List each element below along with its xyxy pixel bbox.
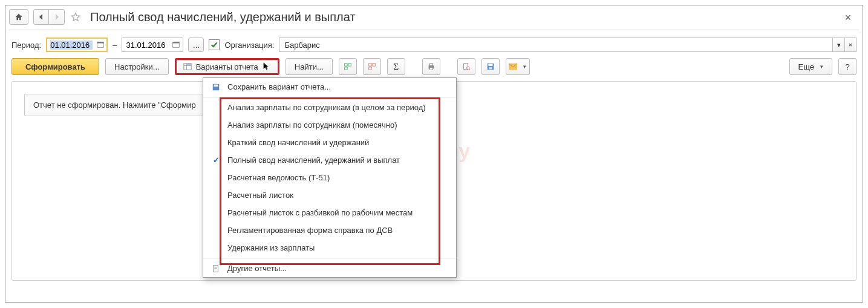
calendar-icon[interactable] (171, 41, 181, 50)
forward-button[interactable] (49, 9, 65, 25)
org-input[interactable]: Барбарис (279, 38, 832, 52)
find-button[interactable]: Найти... (286, 58, 333, 75)
menu-item-label: Анализ зарплаты по сотрудникам (помесячн… (227, 120, 449, 129)
svg-rect-17 (463, 64, 468, 70)
collapse-groups-button[interactable] (363, 58, 381, 75)
svg-rect-7 (186, 64, 191, 66)
chevron-down-icon: ▾ (820, 64, 823, 70)
print-button[interactable] (422, 58, 440, 75)
form-button[interactable]: Сформировать (11, 58, 99, 75)
help-button[interactable]: ? (838, 58, 857, 75)
email-button[interactable]: ▾ (506, 58, 530, 75)
period-picker-button[interactable]: ... (188, 38, 204, 52)
menu-item-label: Регламентированная форма справка по ДСВ (227, 226, 449, 235)
save-disk-button[interactable] (481, 58, 500, 75)
svg-rect-10 (345, 67, 347, 70)
date-from-input[interactable] (46, 38, 108, 52)
org-clear-button[interactable]: × (844, 38, 857, 52)
svg-rect-9 (348, 64, 351, 66)
other-reports-item[interactable]: Другие отчеты... (203, 260, 456, 277)
svg-rect-13 (369, 67, 371, 70)
svg-rect-1 (97, 42, 104, 43)
svg-rect-11 (369, 64, 371, 66)
svg-rect-22 (489, 67, 492, 70)
report-variants-label: Варианты отчета (196, 62, 258, 71)
variant-item[interactable]: Анализ зарплаты по сотрудникам (помесячн… (203, 116, 456, 134)
expand-groups-button[interactable] (339, 58, 357, 75)
more-label: Еще (798, 62, 814, 71)
sum-button[interactable]: Σ (387, 58, 405, 75)
org-dropdown-button[interactable]: ▾ (832, 38, 844, 52)
variant-item[interactable]: Краткий свод начислений и удержаний (203, 134, 456, 151)
menu-item-label: Расчетный листок с разбивкой по рабочим … (227, 208, 449, 217)
variant-item[interactable]: Регламентированная форма справка по ДСВ (203, 221, 456, 239)
report-variants-button[interactable]: Варианты отчета (175, 58, 279, 75)
svg-rect-21 (488, 64, 492, 67)
variant-item[interactable]: ✓Полный свод начислений, удержаний и вып… (203, 151, 456, 169)
settings-button[interactable]: Настройки... (105, 58, 169, 75)
close-button[interactable]: × (841, 10, 855, 25)
preview-button[interactable] (457, 58, 475, 75)
favorite-button[interactable] (70, 11, 82, 23)
menu-item-label: Анализ зарплаты по сотрудникам (в целом … (227, 103, 449, 112)
svg-rect-25 (214, 84, 218, 87)
info-message: Отчет не сформирован. Нажмите "Сформир (24, 94, 205, 116)
date-to-input[interactable] (122, 38, 183, 52)
back-button[interactable] (33, 9, 49, 25)
report-variants-menu: Сохранить вариант отчета... Анализ зарпл… (203, 77, 457, 278)
date-to-field[interactable] (126, 41, 168, 50)
save-variant-item[interactable]: Сохранить вариант отчета... (203, 78, 456, 96)
calendar-icon[interactable] (95, 41, 106, 50)
menu-item-label: Полный свод начислений, удержаний и выпл… (227, 156, 449, 165)
menu-item-label: Сохранить вариант отчета... (227, 82, 449, 91)
svg-rect-3 (173, 42, 180, 43)
period-label: Период: (11, 41, 41, 50)
variant-item[interactable]: Анализ зарплаты по сотрудникам (в целом … (203, 99, 456, 116)
home-button[interactable] (9, 9, 28, 25)
dash-separator: – (113, 41, 117, 50)
page-title: Полный свод начислений, удержаний и выпл… (90, 10, 356, 24)
variant-item[interactable]: Расчетная ведомость (Т-51) (203, 169, 456, 186)
save-icon (210, 83, 221, 91)
org-checkbox[interactable] (209, 39, 220, 50)
date-from-field[interactable] (50, 41, 93, 50)
menu-item-label: Расчетная ведомость (Т-51) (227, 173, 449, 182)
menu-item-label: Другие отчеты... (227, 264, 449, 273)
table-icon (183, 62, 192, 71)
variant-item[interactable]: Расчетный листок с разбивкой по рабочим … (203, 204, 456, 221)
chevron-down-icon: ▾ (523, 64, 526, 70)
document-icon (210, 264, 221, 273)
cursor-icon (262, 62, 272, 71)
check-icon: ✓ (210, 156, 221, 165)
svg-rect-15 (429, 64, 432, 66)
menu-item-label: Расчетный листок (227, 191, 449, 200)
menu-item-label: Краткий свод начислений и удержаний (227, 138, 449, 147)
menu-item-label: Удержания из зарплаты (227, 243, 449, 252)
svg-line-19 (469, 69, 470, 70)
svg-rect-8 (345, 64, 347, 66)
svg-rect-12 (373, 64, 375, 66)
variant-item[interactable]: Расчетный листок (203, 186, 456, 204)
org-label: Организация: (224, 41, 274, 50)
svg-rect-16 (429, 68, 432, 70)
variant-item[interactable]: Удержания из зарплаты (203, 239, 456, 257)
more-button[interactable]: Еще ▾ (789, 58, 832, 75)
